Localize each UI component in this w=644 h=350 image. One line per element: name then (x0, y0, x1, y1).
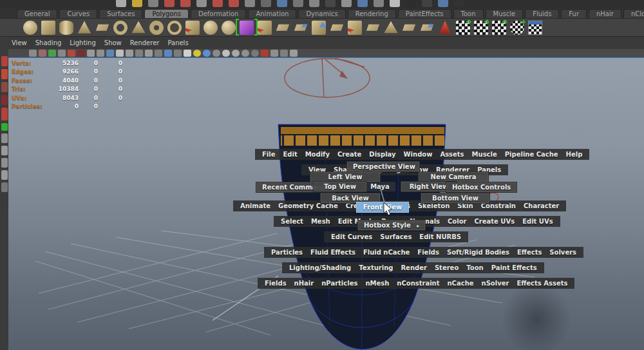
shelf-merge-icon[interactable] (348, 21, 362, 35)
panel-menu-view[interactable]: View (12, 39, 27, 46)
statusline-select-tool-icon[interactable] (196, 0, 207, 7)
shelf-tab-animation[interactable]: Animation (248, 9, 296, 18)
hotbox-main-file[interactable]: File (258, 151, 279, 158)
shelf-tab-ncloth[interactable]: nCloth (623, 9, 644, 18)
hotbox-ndyn-effects-assets[interactable]: Effects Assets (513, 280, 571, 287)
shelf-tab-fur[interactable]: Fur (561, 9, 587, 18)
toolbox-layout-hypershade[interactable] (1, 182, 8, 192)
hotbox-surf-edit-curves[interactable]: Edit Curves (327, 233, 376, 240)
shelf-poly-pyramid-icon[interactable] (131, 21, 146, 35)
hotbox-rend-lighting-shading[interactable]: Lighting/Shading (285, 264, 355, 271)
paneltool-image-plane-icon[interactable] (68, 50, 75, 57)
hotbox-ndyn-nhair[interactable]: nHair (290, 280, 318, 287)
camera-compass[interactable] (285, 58, 370, 97)
statusline-undo-icon[interactable] (164, 0, 175, 7)
hotbox-dyn-soft-rigid-bodies[interactable]: Soft/Rigid Bodies (443, 249, 513, 256)
statusline-snap-grid-icon[interactable] (213, 0, 223, 7)
statusline-hypershade-icon[interactable] (438, 0, 448, 7)
hotbox-main-muscle[interactable]: Muscle (468, 151, 501, 158)
shelf-poly-plane-icon[interactable] (95, 21, 109, 35)
hotbox-main-modify[interactable]: Modify (301, 151, 334, 158)
hotbox-poly-mesh[interactable]: Mesh (307, 218, 334, 225)
hotbox-dyn-solvers[interactable]: Solvers (545, 249, 580, 256)
hotbox-rend-texturing[interactable]: Texturing (355, 264, 397, 271)
paneltool-default-lighting-icon[interactable] (193, 50, 201, 57)
toolbox-move-tool[interactable] (1, 95, 8, 105)
paneltool-xray-joints-icon[interactable] (280, 50, 288, 57)
statusline-snap-curve-icon[interactable] (229, 0, 239, 7)
statusline-outliner-icon[interactable] (454, 0, 464, 7)
marking-item-bottom-view[interactable]: Bottom View (421, 193, 490, 204)
shelf-poly-cone-icon[interactable] (77, 21, 91, 35)
hotbox-main-create[interactable]: Create (334, 151, 365, 158)
hotbox-style-item[interactable]: Hotbox Style ▸ (357, 220, 426, 231)
shelf-tab-rendering[interactable]: Rendering (348, 9, 396, 18)
paneltool-all-lights-icon[interactable] (203, 50, 211, 57)
paneltool-motionblur-sphere-icon[interactable] (251, 50, 259, 57)
shelf-automatic-mapping-icon[interactable] (510, 21, 524, 35)
hotbox-ndyn-fields[interactable]: Fields (261, 280, 290, 287)
hotbox-ndyn-nparticles[interactable]: nParticles (317, 280, 361, 287)
hotbox-surf-surfaces[interactable]: Surfaces (376, 233, 415, 240)
paneltool-textured-icon[interactable] (174, 50, 182, 57)
paneltool-safe-title-icon[interactable] (135, 50, 143, 57)
shelf-mirror-icon[interactable] (402, 21, 416, 35)
marking-item-hotbox-controls[interactable]: Hotbox Controls (446, 182, 517, 193)
toolbox-lasso-tool[interactable] (1, 69, 8, 79)
paneltool-safe-action-icon[interactable] (126, 50, 133, 57)
paneltool-gate-mask-icon[interactable] (106, 50, 114, 57)
statusline-redo-icon[interactable] (180, 0, 191, 7)
shelf-booleans-icon[interactable] (240, 21, 254, 35)
shelf-poly-cube-icon[interactable] (41, 21, 55, 35)
statusline-history-icon[interactable] (277, 0, 287, 7)
shelf-combine-icon[interactable] (185, 21, 200, 35)
shelf-poly-cylinder-icon[interactable] (59, 21, 73, 35)
hotbox-anim-animate[interactable]: Animate (236, 202, 274, 209)
marking-item-top-view[interactable]: Top View (313, 181, 367, 192)
toolbox-layout-persp-graph[interactable] (1, 170, 8, 180)
paneltool-film-gate-icon[interactable] (87, 50, 95, 57)
shelf-tab-deformation[interactable]: Deformation (191, 9, 246, 18)
statusline-toon-icon[interactable] (374, 0, 384, 7)
shelf-tab-fluids[interactable]: Fluids (525, 9, 559, 18)
statusline-snap-point-icon[interactable] (245, 0, 255, 7)
paneltool-isolate-select-icon[interactable] (261, 50, 269, 57)
paneltool-fill-mode-icon[interactable] (145, 50, 153, 57)
shelf-bridge-icon[interactable] (276, 21, 290, 35)
statusline-construction-icon[interactable] (293, 0, 303, 7)
statusline-checker-a-icon[interactable] (406, 0, 416, 7)
shelf-tab-general[interactable]: General (17, 9, 57, 18)
shelf-wedge-icon[interactable] (384, 21, 398, 35)
shelf-bevel-icon[interactable] (312, 21, 326, 35)
statusline-ipr-icon[interactable] (325, 0, 336, 7)
statusline-file-open-icon[interactable] (132, 0, 142, 7)
shelf-poly-torus-icon[interactable] (113, 21, 128, 35)
hotbox-main-edit[interactable]: Edit (279, 151, 301, 158)
panel-menu-show[interactable]: Show (104, 39, 122, 46)
statusline-snap-view-icon[interactable] (261, 0, 271, 7)
shelf-tab-surfaces[interactable]: Surfaces (99, 9, 142, 18)
toolbox-rotate-tool[interactable] (1, 108, 8, 121)
paneltool-bookmark-icon[interactable] (58, 50, 66, 57)
shelf-tab-muscle[interactable]: Muscle (486, 9, 524, 18)
shelf-tab-painteffects[interactable]: PaintEffects (398, 9, 451, 18)
hotbox-main-window[interactable]: Window (400, 151, 437, 158)
toolbox-select-tool[interactable] (1, 56, 8, 66)
shelf-poly-platonic-icon[interactable] (167, 21, 182, 35)
shelf-smooth-icon[interactable] (222, 21, 236, 35)
toolbox-scale-tool[interactable] (1, 123, 8, 131)
statusline-texture-icon[interactable] (390, 0, 400, 7)
hotbox-main-display[interactable]: Display (365, 151, 399, 158)
shelf-poly-pipe-icon[interactable] (149, 21, 164, 35)
marking-item-front-view-selected[interactable]: Front View (356, 202, 409, 213)
paneltool-lock-camera-icon[interactable] (39, 50, 46, 57)
hotbox-ndyn-nconstraint[interactable]: nConstraint (393, 280, 443, 287)
hotbox-rend-stereo[interactable]: Stereo (431, 264, 462, 271)
panel-menu-shading[interactable]: Shading (35, 39, 62, 46)
paneltool-field-chart-icon[interactable] (116, 50, 124, 57)
toolbox-paint-select-tool[interactable] (1, 82, 8, 92)
statusline-file-new-icon[interactable] (116, 0, 126, 7)
hotbox-poly-create-uvs[interactable]: Create UVs (470, 218, 518, 225)
shelf-append-icon[interactable] (294, 21, 308, 35)
shelf-quad-draw-icon[interactable] (420, 21, 434, 35)
